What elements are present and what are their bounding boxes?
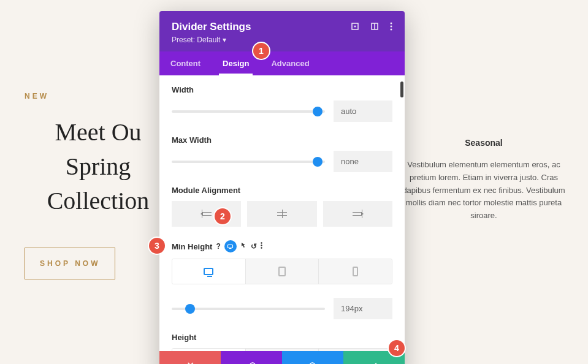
hero-left: NEW Meet Ou Spring Collection SHOP NOW xyxy=(25,92,172,279)
device-tablet-button[interactable] xyxy=(245,259,319,284)
svg-rect-7 xyxy=(228,245,233,248)
align-right-icon xyxy=(353,210,362,218)
module-alignment-label: Module Alignment xyxy=(172,186,392,195)
svg-point-9 xyxy=(261,242,262,243)
width-label: Width xyxy=(172,85,392,94)
tab-design[interactable]: Design xyxy=(212,51,260,75)
svg-point-5 xyxy=(391,25,392,27)
width-slider[interactable] xyxy=(172,110,325,113)
tablet-icon xyxy=(278,267,286,276)
min-height-slider[interactable] xyxy=(172,308,325,310)
align-left-button[interactable] xyxy=(172,201,241,227)
max-width-slider[interactable] xyxy=(172,161,325,163)
max-width-section: Max Width xyxy=(172,135,392,172)
min-height-label: Min Height xyxy=(172,242,212,251)
align-center-button[interactable] xyxy=(247,201,316,227)
hero-headline: Meet Ou Spring Collection xyxy=(25,115,172,218)
width-section: Width xyxy=(172,85,392,122)
module-alignment-section: Module Alignment xyxy=(172,186,392,227)
panel-header: Divider Settings Preset: Default ▾ xyxy=(159,11,405,51)
undo-button[interactable]: ↶ xyxy=(221,351,282,364)
svg-rect-8 xyxy=(229,248,232,249)
seasonal-block: Seasonal Vestibulum elementum elementum … xyxy=(398,138,570,222)
shop-now-button[interactable]: SHOP NOW xyxy=(25,248,115,279)
align-left-icon xyxy=(202,210,212,218)
chevron-down-icon: ▾ xyxy=(223,36,226,44)
help-icon[interactable]: ? xyxy=(216,242,220,251)
device-desktop-button[interactable] xyxy=(172,259,245,284)
more-menu-icon[interactable] xyxy=(390,22,392,32)
undo-icon: ↶ xyxy=(248,360,256,365)
svg-point-10 xyxy=(261,245,262,246)
align-right-button[interactable] xyxy=(323,201,392,227)
close-icon: ✕ xyxy=(186,360,194,365)
panel-body: Width Max Width Module Alignment xyxy=(159,75,405,351)
callout-4: 4 xyxy=(389,340,405,356)
width-input[interactable] xyxy=(334,100,392,122)
svg-point-1 xyxy=(354,25,356,27)
height-device-tablet[interactable] xyxy=(245,349,319,351)
max-width-label: Max Width xyxy=(172,135,392,145)
expand-icon[interactable] xyxy=(351,22,359,32)
redo-button[interactable]: ↷ xyxy=(282,351,343,364)
cancel-button[interactable]: ✕ xyxy=(159,351,221,364)
svg-point-6 xyxy=(391,28,392,30)
more-icon[interactable] xyxy=(261,242,262,251)
seasonal-title: Seasonal xyxy=(398,138,570,148)
divider-settings-panel: Divider Settings Preset: Default ▾ Conte… xyxy=(159,11,405,364)
panel-footer: ✕ ↶ ↷ ✓ xyxy=(159,351,405,364)
max-width-input[interactable] xyxy=(334,151,392,172)
seasonal-body: Vestibulum elementum elementum eros, ac … xyxy=(398,159,570,222)
height-label: Height xyxy=(172,333,392,342)
tabs: Content Design Advanced xyxy=(159,51,405,75)
svg-point-4 xyxy=(391,22,392,24)
scrollbar[interactable] xyxy=(400,82,403,97)
preset-dropdown[interactable]: Preset: Default ▾ xyxy=(172,36,392,51)
desktop-icon xyxy=(204,268,213,275)
tab-content[interactable]: Content xyxy=(159,51,212,75)
callout-2: 2 xyxy=(215,208,231,224)
callout-3: 3 xyxy=(149,238,165,254)
min-height-section: Min Height ? ↺ xyxy=(172,240,392,319)
device-phone-button[interactable] xyxy=(318,259,392,284)
panel-title: Divider Settings xyxy=(172,21,251,33)
height-device-desktop[interactable] xyxy=(172,349,245,351)
hover-icon[interactable] xyxy=(240,242,247,251)
new-label: NEW xyxy=(25,92,172,100)
redo-icon: ↷ xyxy=(309,360,317,365)
phone-icon xyxy=(353,267,358,276)
reset-icon[interactable]: ↺ xyxy=(251,242,257,251)
svg-point-11 xyxy=(261,247,262,248)
tab-advanced[interactable]: Advanced xyxy=(260,51,320,75)
columns-icon[interactable] xyxy=(370,22,379,32)
height-device-phone[interactable] xyxy=(318,349,392,351)
min-height-input[interactable] xyxy=(334,298,392,319)
align-center-icon xyxy=(277,210,287,218)
callout-1: 1 xyxy=(253,43,269,59)
height-section: Height xyxy=(172,333,392,351)
responsive-icon[interactable] xyxy=(224,240,237,252)
check-icon: ✓ xyxy=(370,360,378,365)
